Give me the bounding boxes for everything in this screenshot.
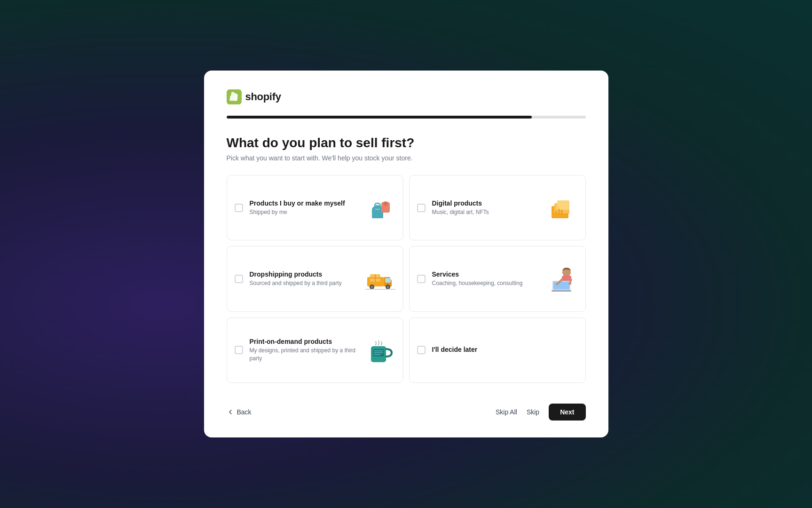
shopify-icon — [227, 89, 242, 104]
option-services-subtitle: Coaching, housekeeping, consulting — [432, 279, 541, 287]
option-pod-title: Print-on-demand products — [250, 338, 359, 345]
skip-all-button[interactable]: Skip All — [496, 408, 517, 416]
svg-rect-10 — [561, 210, 563, 214]
option-services-title: Services — [432, 270, 541, 278]
svg-rect-12 — [385, 278, 391, 283]
svg-point-16 — [386, 286, 389, 288]
svg-rect-24 — [552, 290, 571, 292]
svg-rect-17 — [365, 289, 395, 290]
svg-rect-27 — [374, 350, 383, 351]
shopify-logo: shopify — [227, 89, 281, 104]
option-physical[interactable]: Products I buy or make myself Shipped by… — [227, 175, 403, 240]
svg-rect-2 — [375, 209, 380, 210]
progress-bar-container — [227, 116, 586, 119]
option-digital[interactable]: Digital products Music, digital art, NFT… — [409, 175, 586, 240]
digital-illustration — [548, 193, 578, 223]
checkbox-decide-later[interactable] — [417, 346, 426, 354]
progress-bar-fill — [227, 116, 532, 119]
option-dropshipping[interactable]: Dropshipping products Sourced and shippe… — [227, 246, 403, 311]
svg-rect-29 — [374, 354, 380, 355]
option-dropshipping-subtitle: Sourced and shipped by a third party — [250, 279, 359, 287]
checkbox-physical[interactable] — [235, 204, 243, 212]
option-print-on-demand[interactable]: Print-on-demand products My designs, pri… — [227, 318, 403, 383]
option-decide-later-title: I'll decide later — [432, 346, 578, 353]
main-modal: shopify What do you plan to sell first? … — [204, 71, 608, 437]
footer: Back Skip All Skip Next — [227, 400, 586, 421]
option-digital-title: Digital products — [432, 199, 541, 207]
logo-area: shopify — [227, 89, 586, 104]
option-digital-subtitle: Music, digital art, NFTs — [432, 208, 541, 216]
checkbox-digital[interactable] — [417, 204, 426, 212]
options-grid: Products I buy or make myself Shipped by… — [227, 175, 586, 383]
svg-rect-7 — [557, 200, 569, 210]
next-button[interactable]: Next — [549, 404, 585, 421]
svg-point-4 — [385, 204, 386, 206]
footer-right: Skip All Skip Next — [496, 404, 586, 421]
option-dropshipping-title: Dropshipping products — [250, 270, 359, 278]
back-button[interactable]: Back — [227, 408, 252, 416]
physical-illustration — [365, 193, 395, 223]
option-pod-subtitle: My designs, printed and shipped by a thi… — [250, 347, 359, 363]
svg-rect-9 — [558, 209, 560, 214]
svg-rect-28 — [374, 352, 383, 353]
svg-rect-8 — [555, 211, 557, 214]
services-illustration — [548, 264, 578, 294]
option-services[interactable]: Services Coaching, housekeeping, consult… — [409, 246, 586, 311]
pod-illustration — [365, 335, 395, 365]
checkbox-print-on-demand[interactable] — [235, 346, 243, 354]
page-title: What do you plan to sell first? — [227, 135, 586, 151]
back-chevron-icon — [227, 408, 234, 416]
svg-rect-23 — [553, 282, 569, 289]
option-physical-title: Products I buy or make myself — [250, 199, 359, 207]
checkbox-services[interactable] — [417, 275, 426, 283]
dropshipping-illustration — [365, 264, 395, 294]
checkbox-dropshipping[interactable] — [235, 275, 243, 283]
option-decide-later[interactable]: I'll decide later — [409, 318, 586, 383]
svg-point-14 — [371, 286, 373, 288]
shopify-wordmark: shopify — [245, 91, 281, 103]
skip-button[interactable]: Skip — [527, 408, 539, 416]
page-subtitle: Pick what you want to start with. We'll … — [227, 154, 586, 162]
option-physical-subtitle: Shipped by me — [250, 208, 359, 216]
